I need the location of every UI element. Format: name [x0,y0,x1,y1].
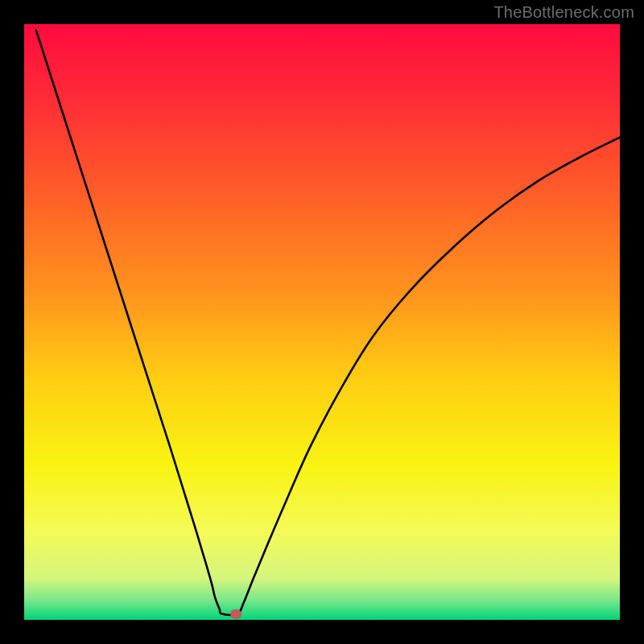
chart-frame: TheBottleneck.com [0,0,644,644]
plot-area [24,24,620,620]
min-marker [230,609,242,619]
watermark-text: TheBottleneck.com [493,3,634,22]
chart-curve [24,24,620,620]
